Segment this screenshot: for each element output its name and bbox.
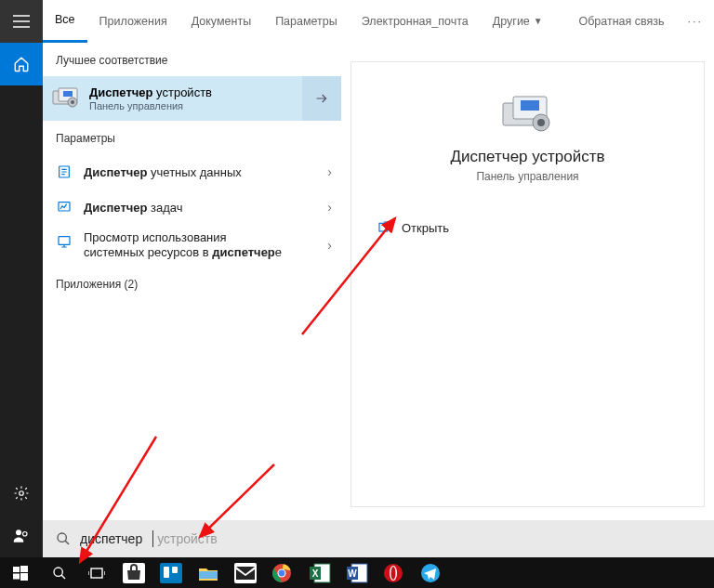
result-label: Диспетчер задач [84,201,316,215]
person-icon [13,528,30,544]
taskbar-search-button[interactable] [41,557,78,588]
search-bar[interactable]: диспетчерустройств [43,520,714,557]
svg-point-2 [23,532,28,537]
section-settings: Параметры [43,121,341,154]
svg-rect-26 [236,567,255,580]
chevron-right-icon: › [327,200,332,215]
section-best-match: Лучшее соответствие [43,43,341,76]
tab-feedback[interactable]: Обратная связь [566,0,676,43]
result-resource-monitor[interactable]: Просмотр использования системных ресурсо… [43,225,341,267]
svg-rect-18 [13,567,20,572]
taskbar-app-word[interactable]: W [338,557,376,588]
taskbar-app-chrome[interactable] [264,557,301,588]
search-typed-text: диспетчер [80,531,142,546]
left-rail [0,0,43,557]
rail-settings-button[interactable] [0,472,43,515]
tab-documents[interactable]: Документы [179,0,263,43]
best-match-subtitle: Панель управления [89,100,212,111]
detail-card: Диспетчер устройств Панель управления От… [350,61,705,507]
tab-other[interactable]: Другие ▼ [481,0,555,43]
detail-column: Диспетчер устройств Панель управления От… [341,43,714,520]
section-apps: Приложения (2) [43,267,341,300]
gear-icon [13,485,30,502]
svg-rect-16 [379,223,388,231]
chevron-right-icon: › [327,238,332,253]
windows-icon [13,566,28,581]
svg-point-38 [391,567,396,580]
taskbar-app-opera[interactable] [376,557,413,588]
filter-tabs: Все Приложения Документы Параметры Элект… [43,0,714,43]
tab-all[interactable]: Все [43,0,87,43]
text-cursor [152,530,153,547]
taskbar-app-trello[interactable] [152,557,190,588]
svg-rect-10 [59,237,70,245]
credentials-icon [56,163,73,180]
device-manager-large-icon [500,94,556,135]
rail-home-button[interactable] [0,43,43,85]
task-view-button[interactable] [78,557,115,588]
svg-rect-19 [20,566,28,572]
svg-point-17 [58,533,66,542]
tab-more-button[interactable]: ··· [677,0,714,43]
svg-rect-9 [59,203,70,211]
taskbar-app-store[interactable] [115,557,152,588]
rail-account-button[interactable] [0,515,43,557]
detail-title: Диспетчер устройств [363,148,693,166]
start-button[interactable] [0,557,41,588]
result-label: Диспетчер учетных данных [84,165,316,179]
result-credential-manager[interactable]: Диспетчер учетных данных › [43,154,341,189]
svg-rect-21 [20,573,28,581]
taskview-icon [88,567,105,580]
action-open-label: Открыть [402,221,449,235]
result-label: Просмотр использования системных ресурсо… [84,230,316,261]
svg-rect-23 [91,568,102,578]
svg-point-15 [537,119,545,126]
tab-settings[interactable]: Параметры [263,0,350,43]
svg-point-0 [20,491,24,496]
best-match-expand-button[interactable] [302,76,341,121]
chevron-down-icon: ▼ [534,16,543,26]
svg-rect-5 [63,91,73,97]
tab-apps[interactable]: Приложения [87,0,179,43]
search-suggestion-text: устройств [157,531,218,546]
taskbar-app-telegram[interactable] [413,557,450,588]
home-icon [13,56,30,72]
action-open[interactable]: Открыть [363,220,693,235]
best-match-row[interactable]: Диспетчер устройств Панель управления [43,76,341,121]
svg-point-29 [279,569,285,576]
svg-point-22 [54,568,62,576]
tab-email[interactable]: Электронная_почта [350,0,481,43]
result-task-manager[interactable]: Диспетчер задач › [43,189,341,225]
tab-other-label: Другие [493,15,530,28]
arrow-right-icon [314,91,329,106]
svg-rect-20 [13,573,20,579]
search-icon [56,531,71,546]
chevron-right-icon: › [327,164,332,179]
results-column: Лучшее соответствие Диспетчер устройств … [43,43,341,520]
taskbar: X W [0,557,714,588]
svg-point-1 [16,529,21,535]
open-icon [377,220,392,235]
device-manager-icon [52,85,80,112]
svg-text:X: X [312,568,319,579]
taskbar-app-excel[interactable]: X [301,557,338,588]
monitor-icon [56,233,73,250]
search-icon [52,566,67,581]
svg-text:W: W [348,568,357,579]
best-match-title: Диспетчер устройств [89,85,212,99]
taskbar-app-mail[interactable] [227,557,264,588]
svg-point-7 [71,100,74,104]
taskbar-app-explorer[interactable] [190,557,227,588]
hamburger-icon [13,15,30,28]
task-manager-icon [56,199,73,216]
svg-rect-13 [521,100,539,111]
svg-rect-24 [164,567,169,578]
rail-menu-button[interactable] [0,0,43,43]
detail-subtitle: Панель управления [363,170,693,183]
svg-rect-25 [172,567,178,573]
main-area: Лучшее соответствие Диспетчер устройств … [43,43,714,520]
